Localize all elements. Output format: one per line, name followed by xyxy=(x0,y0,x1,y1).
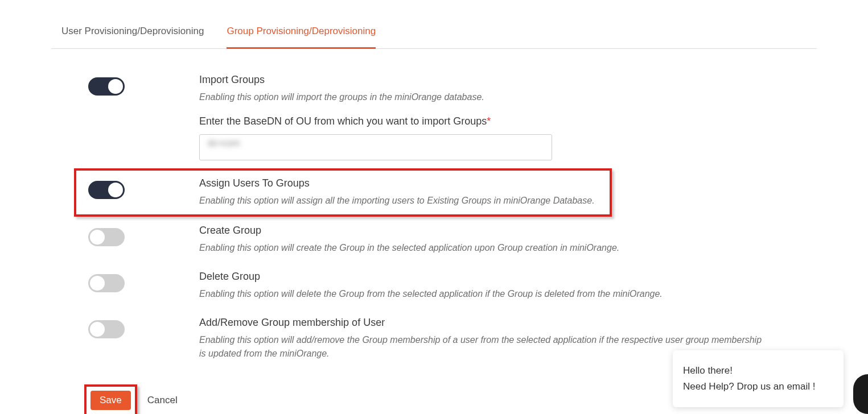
toggle-add-remove-membership[interactable] xyxy=(88,320,125,338)
delete-group-desc: Enabling this option will delete the Gro… xyxy=(199,287,768,301)
assign-users-title: Assign Users To Groups xyxy=(199,177,606,189)
option-import-groups: Import Groups Enabling this option will … xyxy=(80,66,817,168)
toggle-delete-group[interactable] xyxy=(88,274,125,292)
create-group-desc: Enabling this option will create the Gro… xyxy=(199,241,768,255)
import-groups-desc: Enabling this option will import the gro… xyxy=(199,90,768,104)
tab-user-provisioning[interactable]: User Provisioning/Deprovisioning xyxy=(61,18,204,49)
highlight-save: Save xyxy=(84,384,137,414)
save-button[interactable]: Save xyxy=(90,391,131,410)
delete-group-title: Delete Group xyxy=(199,271,768,283)
tab-group-provisioning[interactable]: Group Provisioning/Deprovisioning xyxy=(227,18,376,49)
option-delete-group: Delete Group Enabling this option will d… xyxy=(80,263,817,309)
basedn-label: Enter the BaseDN of OU from which you wa… xyxy=(199,115,768,127)
basedn-input[interactable]: dc=com xyxy=(199,134,552,160)
toggle-create-group[interactable] xyxy=(88,228,125,246)
tabs: User Provisioning/Deprovisioning Group P… xyxy=(51,17,817,49)
create-group-title: Create Group xyxy=(199,225,768,237)
chat-line-2: Need Help? Drop us an email ! xyxy=(683,381,833,392)
help-chat-popup[interactable]: Hello there! Need Help? Drop us an email… xyxy=(673,350,844,407)
import-groups-title: Import Groups xyxy=(199,74,768,86)
option-create-group: Create Group Enabling this option will c… xyxy=(80,217,817,263)
cancel-button[interactable]: Cancel xyxy=(147,395,178,406)
toggle-assign-users[interactable] xyxy=(88,181,125,199)
add-remove-title: Add/Remove Group membership of User xyxy=(199,317,768,329)
toggle-import-groups[interactable] xyxy=(88,77,125,96)
highlight-assign-users: Assign Users To Groups Enabling this opt… xyxy=(74,168,612,217)
chat-line-1: Hello there! xyxy=(683,365,833,376)
assign-users-desc: Enabling this option will assign all the… xyxy=(199,194,606,208)
